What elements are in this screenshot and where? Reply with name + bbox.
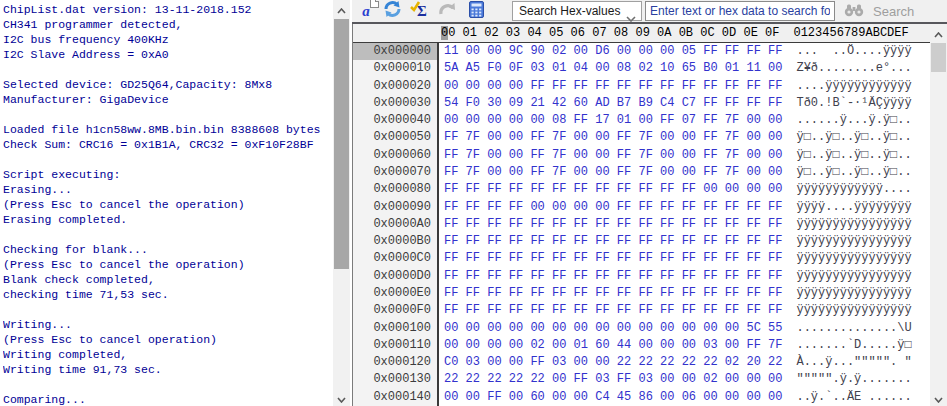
hex-row-ascii[interactable]: À...ÿ...""""". " bbox=[796, 354, 911, 371]
log-line: Writing completed, bbox=[3, 347, 332, 362]
hex-row-ascii[interactable]: Tð0.!B`-·¹ÄÇÿÿÿÿ bbox=[796, 95, 911, 112]
hex-row-ascii[interactable]: ÿÿÿÿ....ÿÿÿÿÿÿÿÿ bbox=[796, 199, 911, 216]
hex-row-ascii[interactable]: ÿÿÿÿÿÿÿÿÿÿÿÿÿÿÿÿ bbox=[796, 233, 911, 250]
hex-row[interactable]: 0x000060FF 7F 00 00 FF 7F 00 00 FF 7F 00… bbox=[353, 147, 930, 164]
hex-row-ascii[interactable]: ÿÿÿÿÿÿÿÿÿÿÿÿÿÿÿÿ bbox=[796, 302, 911, 319]
chevron-down-icon bbox=[337, 389, 346, 406]
search-mode-dropdown[interactable]: Search Hex-values bbox=[512, 1, 642, 21]
calculator-button[interactable] bbox=[464, 1, 488, 21]
hex-row-bytes[interactable]: FF FF FF FF FF FF FF FF FF FF FF FF FF F… bbox=[439, 233, 782, 250]
hex-row[interactable]: 0x00002000 00 00 00 FF FF FF FF FF FF FF… bbox=[353, 78, 930, 95]
hex-scrollbar-thumb[interactable] bbox=[931, 43, 946, 72]
hex-row-bytes[interactable]: 22 22 22 22 22 00 FF 03 FF 03 00 00 02 0… bbox=[439, 371, 782, 388]
hex-row[interactable]: 0x00011000 00 00 00 02 00 01 60 44 00 00… bbox=[353, 337, 930, 354]
hex-row-ascii[interactable]: ..ÿ.`..ÄE ...... bbox=[796, 389, 911, 406]
hex-row-address: 0x000140 bbox=[353, 389, 439, 406]
hex-row-bytes[interactable]: FF FF FF FF FF FF FF FF FF FF FF FF FF F… bbox=[439, 302, 782, 319]
redo-button[interactable] bbox=[436, 1, 460, 21]
hex-row-bytes[interactable]: 54 F0 30 09 21 42 60 AD B7 B9 C4 C7 FF F… bbox=[439, 95, 782, 112]
log-scrollbar-thumb[interactable] bbox=[334, 19, 349, 269]
hex-scroll-up-button[interactable] bbox=[930, 24, 947, 41]
hex-row-bytes[interactable]: FF FF FF FF FF FF FF FF FF FF FF FF 00 0… bbox=[439, 181, 782, 198]
hex-row-bytes[interactable]: 00 00 FF 00 60 00 00 C4 45 86 00 06 00 0… bbox=[439, 389, 782, 406]
hex-row-address: 0x000070 bbox=[353, 164, 439, 181]
hex-row[interactable]: 0x00010000 00 00 00 00 00 00 00 00 00 00… bbox=[353, 320, 930, 337]
hex-row-bytes[interactable]: FF 7F 00 00 FF 7F 00 00 FF 7F 00 00 FF 7… bbox=[439, 129, 782, 146]
hex-row[interactable]: 0x000070FF 7F 00 00 FF 7F 00 00 FF 7F 00… bbox=[353, 164, 930, 181]
hex-row-ascii[interactable]: ÿÿÿÿÿÿÿÿÿÿÿÿÿÿÿÿ bbox=[796, 250, 911, 267]
hex-row-ascii[interactable]: ....ÿÿÿÿÿÿÿÿÿÿÿÿ bbox=[796, 78, 911, 95]
hex-row-bytes[interactable]: FF FF FF FF 00 00 00 00 FF FF FF FF FF F… bbox=[439, 199, 782, 216]
hex-row-bytes[interactable]: FF 7F 00 00 FF 7F 00 00 FF 7F 00 00 FF 7… bbox=[439, 164, 782, 181]
log-line bbox=[3, 377, 332, 392]
hex-row[interactable]: 0x0000105A A5 F0 0F 03 01 04 00 08 02 10… bbox=[353, 60, 930, 77]
hex-row-ascii[interactable]: ÿÿÿÿÿÿÿÿÿÿÿÿÿÿÿÿ bbox=[796, 216, 911, 233]
log-panel: ChipList.dat version: 13-11-2018.152CH34… bbox=[0, 0, 352, 406]
hex-row[interactable]: 0x000080FF FF FF FF FF FF FF FF FF FF FF… bbox=[353, 181, 930, 198]
hex-row-ascii[interactable]: ..............\U bbox=[796, 320, 911, 337]
redo-arrow-icon bbox=[439, 1, 457, 21]
hex-row-bytes[interactable]: 00 00 00 00 00 08 FF 17 01 00 FF 07 FF 7… bbox=[439, 112, 782, 129]
hex-row-bytes[interactable]: FF FF FF FF FF FF FF FF FF FF FF FF FF F… bbox=[439, 268, 782, 285]
hex-row-ascii[interactable]: ÿ□..ÿ□..ÿ□..ÿ□.. bbox=[796, 129, 911, 146]
hex-scroll-down-button[interactable] bbox=[930, 389, 947, 406]
hex-row[interactable]: 0x00000011 00 00 9C 90 02 00 D6 00 00 00… bbox=[353, 43, 930, 60]
hex-row[interactable]: 0x000050FF 7F 00 00 FF 7F 00 00 FF 7F 00… bbox=[353, 129, 930, 146]
log-line: I2C bus frequency 400KHz bbox=[3, 32, 332, 47]
checksum-button[interactable]: Σ bbox=[408, 1, 432, 21]
hex-row[interactable]: 0x0000F0FF FF FF FF FF FF FF FF FF FF FF… bbox=[353, 302, 930, 319]
search-button[interactable]: Search bbox=[844, 0, 944, 22]
log-line: Selected device: GD25Q64,Capacity: 8Mx8 bbox=[3, 77, 332, 92]
hex-row[interactable]: 0x00003054 F0 30 09 21 42 60 AD B7 B9 C4… bbox=[353, 95, 930, 112]
hex-row-ascii[interactable]: """"".ÿ.ÿ....... bbox=[796, 371, 911, 388]
hex-row[interactable]: 0x00004000 00 00 00 00 08 FF 17 01 00 FF… bbox=[353, 112, 930, 129]
hex-row-bytes[interactable]: 00 00 00 00 02 00 01 60 44 00 00 00 03 0… bbox=[439, 337, 782, 354]
hex-row-bytes[interactable]: C0 03 00 00 FF 03 00 00 22 22 22 22 22 0… bbox=[439, 354, 782, 371]
hex-row-ascii[interactable]: ÿÿÿÿÿÿÿÿÿÿÿÿÿÿÿÿ bbox=[796, 285, 911, 302]
log-scroll-up-button[interactable] bbox=[333, 0, 350, 17]
hex-row-bytes[interactable]: FF FF FF FF FF FF FF FF FF FF FF FF FF F… bbox=[439, 216, 782, 233]
chevron-up-icon bbox=[934, 24, 943, 42]
hex-row-bytes[interactable]: FF FF FF FF FF FF FF FF FF FF FF FF FF F… bbox=[439, 250, 782, 267]
hex-row-ascii[interactable]: .......`D.....ÿ□ bbox=[796, 337, 911, 354]
hex-row[interactable]: 0x000120C0 03 00 00 FF 03 00 00 22 22 22… bbox=[353, 354, 930, 371]
hex-row-ascii[interactable]: ......ÿ...ÿ.ÿ□.. bbox=[796, 112, 911, 129]
hex-row[interactable]: 0x0000D0FF FF FF FF FF FF FF FF FF FF FF… bbox=[353, 268, 930, 285]
log-line bbox=[3, 62, 332, 77]
hex-row-address: 0x000130 bbox=[353, 371, 439, 388]
hex-row[interactable]: 0x00014000 00 FF 00 60 00 00 C4 45 86 00… bbox=[353, 389, 930, 406]
font-paste-button[interactable]: a bbox=[354, 1, 378, 21]
log-line: Checking for blank... bbox=[3, 242, 332, 257]
hex-row-address: 0x0000B0 bbox=[353, 233, 439, 250]
hex-row-ascii[interactable]: ÿÿÿÿÿÿÿÿÿÿÿÿÿÿÿÿ bbox=[796, 268, 911, 285]
binoculars-icon bbox=[844, 3, 864, 20]
hex-row[interactable]: 0x0000B0FF FF FF FF FF FF FF FF FF FF FF… bbox=[353, 233, 930, 250]
hex-row-address: 0x000020 bbox=[353, 78, 439, 95]
hex-row-bytes[interactable]: 11 00 00 9C 90 02 00 D6 00 00 00 05 FF F… bbox=[439, 43, 782, 60]
hex-row-ascii[interactable]: ÿ□..ÿ□..ÿ□..ÿ□.. bbox=[796, 164, 911, 181]
hex-row-ascii[interactable]: ... ..Ö....ÿÿÿÿ bbox=[796, 43, 911, 60]
hex-row[interactable]: 0x0000A0FF FF FF FF FF FF FF FF FF FF FF… bbox=[353, 216, 930, 233]
hex-row-address: 0x000090 bbox=[353, 199, 439, 216]
hex-row-ascii[interactable]: ÿ□..ÿ□..ÿ□..ÿ□.. bbox=[796, 147, 911, 164]
hex-row-bytes[interactable]: 00 00 00 00 00 00 00 00 00 00 00 00 00 0… bbox=[439, 320, 782, 337]
refresh-button[interactable] bbox=[380, 1, 404, 21]
hex-row[interactable]: 0x0000C0FF FF FF FF FF FF FF FF FF FF FF… bbox=[353, 250, 930, 267]
hex-row-ascii[interactable]: Z¥ð........e°... bbox=[796, 60, 911, 77]
hex-row[interactable]: 0x000090FF FF FF FF 00 00 00 00 FF FF FF… bbox=[353, 199, 930, 216]
hex-row-ascii[interactable]: ÿÿÿÿÿÿÿÿÿÿÿÿ.... bbox=[796, 181, 911, 198]
hex-row-address: 0x0000E0 bbox=[353, 285, 439, 302]
hex-row-bytes[interactable]: 5A A5 F0 0F 03 01 04 00 08 02 10 65 B0 0… bbox=[439, 60, 782, 77]
hex-column-header: 00 01 02 03 04 05 06 07 08 09 0A 0B 0C 0… bbox=[353, 24, 930, 43]
search-input[interactable] bbox=[645, 1, 835, 21]
hex-row-address: 0x000050 bbox=[353, 129, 439, 146]
hex-row[interactable]: 0x0000E0FF FF FF FF FF FF FF FF FF FF FF… bbox=[353, 285, 930, 302]
log-scrollbar[interactable] bbox=[333, 0, 350, 406]
hex-row-bytes[interactable]: FF 7F 00 00 FF 7F 00 00 FF 7F 00 00 FF 7… bbox=[439, 147, 782, 164]
hex-row[interactable]: 0x00013022 22 22 22 22 00 FF 03 FF 03 00… bbox=[353, 371, 930, 388]
log-line: (Press Esc to cancel operation) bbox=[3, 332, 332, 347]
log-scroll-down-button[interactable] bbox=[333, 389, 350, 406]
hex-scrollbar[interactable] bbox=[930, 24, 947, 406]
hex-row-bytes[interactable]: 00 00 00 00 FF FF FF FF FF FF FF FF FF F… bbox=[439, 78, 782, 95]
hex-row-bytes[interactable]: FF FF FF FF FF FF FF FF FF FF FF FF FF F… bbox=[439, 285, 782, 302]
